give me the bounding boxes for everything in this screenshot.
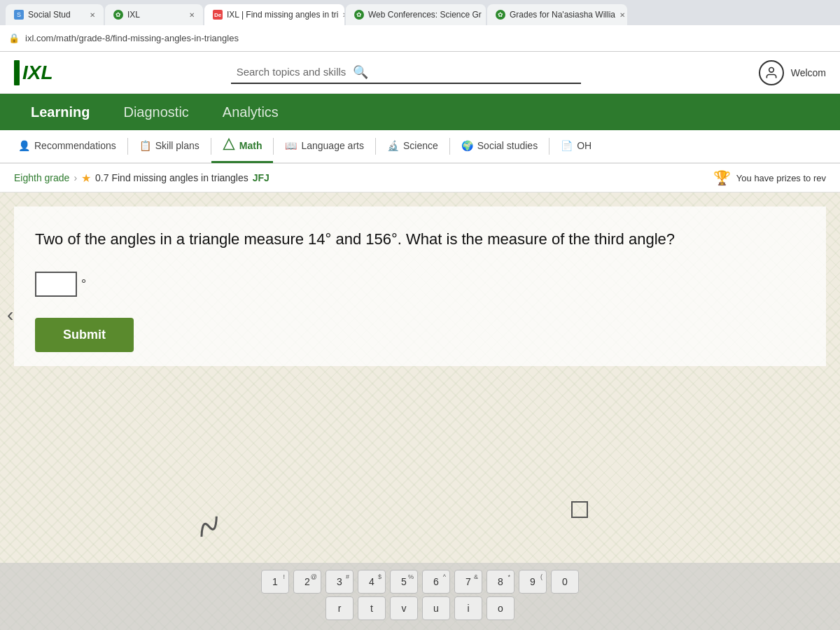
key-0[interactable]: 0 bbox=[551, 570, 579, 594]
key-6[interactable]: 6^ bbox=[422, 570, 450, 594]
search-bar[interactable]: Search topics and skills 🔍 bbox=[231, 62, 581, 84]
nav-analytics[interactable]: Analytics bbox=[206, 94, 295, 130]
search-icon[interactable]: 🔍 bbox=[353, 64, 368, 80]
science-icon: 🔬 bbox=[387, 140, 399, 151]
breadcrumb-skill: 0.7 Find missing angles in triangles bbox=[95, 172, 248, 183]
recommendations-label: Recommendations bbox=[34, 140, 116, 151]
tab-favicon-2: ✿ bbox=[113, 10, 123, 20]
breadcrumb-parent[interactable]: Eighth grade bbox=[14, 172, 69, 183]
tab-label-2: IXL bbox=[127, 10, 140, 20]
tab-label-3: IXL | Find missing angles in tri bbox=[227, 10, 338, 20]
sub-nav: 👤 Recommendations 📋 Skill plans Math 📖 L… bbox=[0, 130, 840, 164]
ixl-logo-container[interactable]: IXL bbox=[14, 60, 53, 85]
key-i[interactable]: i bbox=[454, 596, 482, 620]
tab-close-5[interactable]: ✕ bbox=[620, 11, 625, 19]
nav-bar: Learning Diagnostic Analytics bbox=[0, 94, 840, 130]
key-o[interactable]: o bbox=[486, 596, 514, 620]
search-placeholder-text: Search topics and skills bbox=[237, 66, 346, 78]
welcome-text: Welcom bbox=[791, 67, 826, 78]
prizes-text: You have prizes to rev bbox=[736, 173, 826, 183]
keyboard-area: 1! 2@ 3# 4$ 5% 6^ 7& 8* 9( 0 r t v u i o bbox=[0, 563, 840, 630]
science-label: Science bbox=[403, 140, 438, 151]
squiggle-decoration bbox=[191, 509, 229, 550]
recommendations-icon: 👤 bbox=[18, 140, 30, 151]
key-v[interactable]: v bbox=[390, 596, 418, 620]
tab-ixl-find-missing[interactable]: De IXL | Find missing angles in tri ✕ bbox=[204, 4, 344, 25]
breadcrumb: Eighth grade › ★ 0.7 Find missing angles… bbox=[14, 172, 270, 185]
tab-label-4: Web Conferences: Science Gr bbox=[368, 10, 482, 20]
trophy-icon: 🏆 bbox=[713, 169, 731, 186]
tab-label-5: Grades for Na'asiasha Willia bbox=[510, 10, 615, 20]
subnav-language-arts[interactable]: 📖 Language arts bbox=[274, 132, 375, 162]
other-label: OH bbox=[577, 140, 592, 151]
nav-diagnostic[interactable]: Diagnostic bbox=[106, 94, 205, 130]
key-9[interactable]: 9( bbox=[519, 570, 547, 594]
key-r[interactable]: r bbox=[326, 596, 354, 620]
key-t[interactable]: t bbox=[358, 596, 386, 620]
address-bar: 🔒 ixl.com/math/grade-8/find-missing-angl… bbox=[0, 25, 840, 52]
breadcrumb-separator: › bbox=[74, 172, 77, 183]
other-icon: 📄 bbox=[561, 140, 573, 151]
ixl-logo: IXL bbox=[14, 60, 53, 85]
user-icon[interactable] bbox=[759, 60, 784, 85]
key-7[interactable]: 7& bbox=[454, 570, 482, 594]
math-icon bbox=[223, 138, 235, 153]
tab-web-conferences[interactable]: ✿ Web Conferences: Science Gr ✕ bbox=[346, 4, 486, 25]
keyboard-letter-row: r t v u i o bbox=[14, 596, 826, 620]
submit-button[interactable]: Submit bbox=[35, 318, 134, 352]
key-u[interactable]: u bbox=[422, 596, 450, 620]
left-nav-arrow[interactable]: ‹ bbox=[0, 297, 20, 333]
language-arts-icon: 📖 bbox=[285, 140, 297, 151]
tab-favicon-3: De bbox=[213, 10, 223, 20]
keyboard-number-row: 1! 2@ 3# 4$ 5% 6^ 7& 8* 9( 0 bbox=[14, 570, 826, 594]
tab-social-stud[interactable]: S Social Stud ✕ bbox=[6, 4, 104, 25]
subnav-science[interactable]: 🔬 Science bbox=[376, 132, 449, 162]
tab-grades[interactable]: ✿ Grades for Na'asiasha Willia ✕ bbox=[487, 4, 627, 25]
language-arts-label: Language arts bbox=[301, 140, 364, 151]
social-studies-icon: 🌍 bbox=[461, 140, 473, 151]
main-content: Two of the angles in a triangle measure … bbox=[14, 206, 826, 366]
tab-close-3[interactable]: ✕ bbox=[342, 11, 344, 19]
subnav-other[interactable]: 📄 OH bbox=[550, 132, 603, 162]
tab-favicon-1: S bbox=[14, 10, 24, 20]
key-3[interactable]: 3# bbox=[326, 570, 354, 594]
breadcrumb-id-code: JFJ bbox=[253, 172, 270, 183]
logo-text: IXL bbox=[22, 62, 53, 84]
tab-close-1[interactable]: ✕ bbox=[90, 11, 95, 19]
key-4[interactable]: 4$ bbox=[358, 570, 386, 594]
degree-symbol: ° bbox=[81, 277, 86, 292]
skill-plans-label: Skill plans bbox=[155, 140, 200, 151]
nav-learning[interactable]: Learning bbox=[14, 94, 106, 130]
logo-bar bbox=[14, 60, 20, 85]
prizes-banner[interactable]: 🏆 You have prizes to rev bbox=[713, 169, 826, 186]
subnav-skill-plans[interactable]: 📋 Skill plans bbox=[128, 132, 211, 162]
tab-close-2[interactable]: ✕ bbox=[189, 11, 195, 19]
subnav-math[interactable]: Math bbox=[211, 130, 274, 163]
social-studies-label: Social studies bbox=[477, 140, 538, 151]
key-5[interactable]: 5% bbox=[390, 570, 418, 594]
answer-row: ° bbox=[35, 272, 805, 297]
key-2[interactable]: 2@ bbox=[293, 570, 321, 594]
tab-favicon-5: ✿ bbox=[496, 10, 505, 20]
svg-point-0 bbox=[769, 67, 774, 72]
question-text: Two of the angles in a triangle measure … bbox=[35, 227, 805, 251]
subnav-recommendations[interactable]: 👤 Recommendations bbox=[7, 132, 127, 162]
tab-favicon-4: ✿ bbox=[354, 10, 364, 20]
breadcrumb-bar: Eighth grade › ★ 0.7 Find missing angles… bbox=[0, 164, 840, 192]
header-right: Welcom bbox=[759, 60, 826, 85]
skill-plans-icon: 📋 bbox=[139, 140, 151, 151]
lock-icon: 🔒 bbox=[8, 33, 20, 43]
key-8[interactable]: 8* bbox=[486, 570, 514, 594]
svg-marker-1 bbox=[223, 139, 234, 150]
tab-label-1: Social Stud bbox=[28, 10, 71, 20]
address-text[interactable]: ixl.com/math/grade-8/find-missing-angles… bbox=[25, 33, 239, 43]
math-label: Math bbox=[239, 140, 262, 151]
answer-input[interactable] bbox=[35, 272, 77, 297]
ixl-header: IXL Search topics and skills 🔍 Welcom bbox=[0, 52, 840, 94]
browser-tab-bar: S Social Stud ✕ ✿ IXL ✕ De IXL | Find mi… bbox=[0, 0, 840, 25]
breadcrumb-star-icon: ★ bbox=[81, 172, 91, 185]
small-square-decoration bbox=[571, 501, 588, 518]
subnav-social-studies[interactable]: 🌍 Social studies bbox=[450, 132, 549, 162]
tab-ixl[interactable]: ✿ IXL ✕ bbox=[105, 4, 203, 25]
key-1[interactable]: 1! bbox=[261, 570, 289, 594]
